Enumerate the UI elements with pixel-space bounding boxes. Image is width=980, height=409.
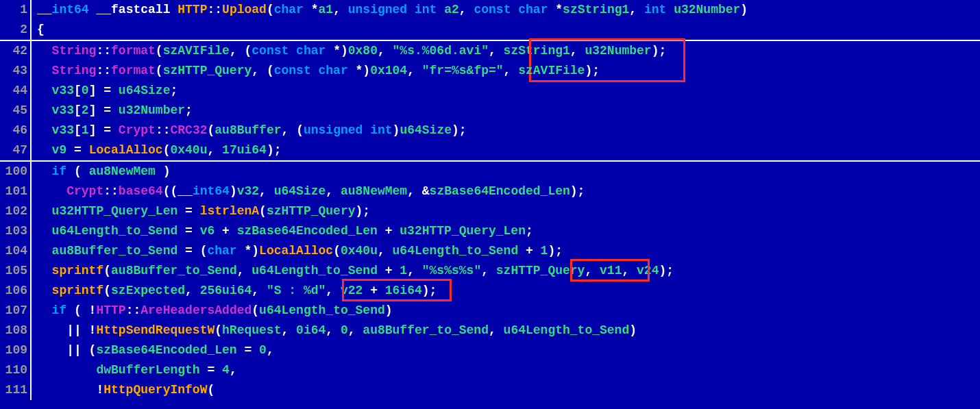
- code-token[interactable]: v33: [52, 123, 74, 137]
- code-token[interactable]: || (: [37, 343, 96, 357]
- code-token[interactable]: );: [659, 264, 674, 277]
- code-token[interactable]: u64Length_to_Send: [393, 244, 519, 258]
- code-token[interactable]: ,: [237, 264, 252, 277]
- code-token[interactable]: format: [111, 64, 156, 77]
- code-token[interactable]: (: [259, 204, 267, 218]
- code-token[interactable]: szAVIFile: [518, 64, 585, 77]
- code-token[interactable]: [: [74, 103, 82, 117]
- code-token[interactable]: ((__: [163, 184, 193, 198]
- code-line[interactable]: v33[2] = u32Number;: [37, 101, 980, 121]
- code-token[interactable]: ,: [281, 323, 296, 337]
- code-token[interactable]: +: [363, 284, 384, 297]
- code-token[interactable]: au8Buffer_to_Send: [52, 244, 178, 258]
- code-token[interactable]: 0i64: [296, 323, 326, 337]
- code-token[interactable]: (: [103, 284, 111, 297]
- code-token[interactable]: a1: [319, 3, 334, 16]
- code-token[interactable]: ): [740, 3, 748, 16]
- code-token[interactable]: 0x104: [370, 64, 407, 77]
- code-token[interactable]: 0x80: [348, 44, 378, 58]
- code-token[interactable]: [311, 64, 319, 77]
- code-token[interactable]: HTTP: [177, 3, 207, 16]
- code-token[interactable]: [37, 224, 52, 238]
- code-token[interactable]: ,: [326, 284, 341, 297]
- code-token[interactable]: v6: [200, 224, 215, 238]
- code-token[interactable]: );: [356, 204, 371, 218]
- code-token[interactable]: ( !: [66, 303, 96, 317]
- code-token[interactable]: );: [652, 44, 667, 58]
- code-token[interactable]: (: [66, 164, 88, 178]
- code-line[interactable]: au8Buffer_to_Send = (char *)LocalAlloc(0…: [37, 241, 980, 261]
- code-token[interactable]: ;: [170, 84, 177, 97]
- code-token[interactable]: const: [274, 64, 311, 77]
- code-token[interactable]: char: [296, 44, 326, 58]
- code-token[interactable]: ,: [622, 264, 637, 277]
- code-token[interactable]: [: [74, 84, 82, 97]
- code-token[interactable]: ] =: [89, 84, 119, 97]
- code-token[interactable]: [37, 84, 52, 97]
- code-token[interactable]: char: [518, 3, 548, 16]
- code-token[interactable]: 0: [82, 84, 89, 97]
- code-token[interactable]: 256ui64: [200, 284, 252, 297]
- code-token[interactable]: +: [378, 224, 400, 238]
- code-token[interactable]: v22: [341, 284, 363, 297]
- code-token[interactable]: au8Buffer_to_Send: [111, 264, 237, 277]
- code-token[interactable]: "S : %d": [267, 284, 326, 297]
- code-token[interactable]: ,: [378, 44, 393, 58]
- code-token[interactable]: [37, 103, 52, 117]
- code-token[interactable]: +: [378, 264, 400, 277]
- code-line[interactable]: v33[1] = Crypt::CRC32(au8Buffer, (unsign…: [37, 121, 980, 140]
- code-token[interactable]: [511, 3, 518, 16]
- code-token[interactable]: if: [52, 164, 67, 178]
- code-token[interactable]: *): [348, 64, 370, 77]
- code-token[interactable]: =: [237, 343, 259, 357]
- code-line[interactable]: String::format(szAVIFile, (const char *)…: [37, 41, 980, 61]
- code-token[interactable]: sprintf: [52, 264, 104, 277]
- code-line[interactable]: if ( !HTTP::AreHeadersAdded(u64Length_to…: [37, 301, 980, 321]
- code-token[interactable]: szExpected: [111, 284, 185, 297]
- code-token[interactable]: u64Length_to_Send: [252, 264, 378, 277]
- code-token[interactable]: (: [267, 3, 274, 16]
- code-area[interactable]: if ( au8NewMem ) Crypt::base64((__int64)…: [32, 162, 980, 400]
- code-token[interactable]: (: [163, 143, 171, 157]
- code-token[interactable]: || !: [37, 323, 96, 337]
- code-line[interactable]: sprintf(au8Buffer_to_Send, u64Length_to_…: [37, 261, 980, 281]
- code-token[interactable]: 17ui64: [222, 143, 267, 157]
- code-line[interactable]: sprintf(szExpected, 256ui64, "S : %d", v…: [37, 281, 980, 301]
- code-token[interactable]: ,: [185, 284, 200, 297]
- code-token[interactable]: v33: [52, 103, 74, 117]
- code-token[interactable]: [363, 123, 370, 137]
- code-token[interactable]: ,: [407, 64, 422, 77]
- code-token[interactable]: HttpQueryInfoW: [103, 383, 207, 397]
- code-token[interactable]: ,: [348, 323, 363, 337]
- code-token[interactable]: 0: [341, 323, 348, 337]
- code-token[interactable]: [37, 44, 52, 58]
- code-line[interactable]: u64Length_to_Send = v6 + szBase64Encoded…: [37, 221, 980, 241]
- code-token[interactable]: [37, 64, 52, 77]
- code-token[interactable]: {: [37, 23, 45, 36]
- code-token[interactable]: 0: [259, 343, 267, 357]
- code-token[interactable]: u64Length_to_Send: [52, 224, 178, 238]
- code-token[interactable]: ,: [570, 44, 585, 58]
- code-token[interactable]: (: [208, 123, 215, 137]
- code-token[interactable]: [407, 3, 415, 16]
- code-token[interactable]: unsigned: [304, 123, 363, 137]
- code-token[interactable]: sprintf: [52, 284, 104, 297]
- code-token[interactable]: int: [370, 123, 392, 137]
- code-token[interactable]: v11: [600, 264, 622, 277]
- code-token[interactable]: [37, 204, 52, 218]
- code-token[interactable]: [289, 44, 296, 58]
- code-token[interactable]: a2: [444, 3, 459, 16]
- code-token[interactable]: Crypt: [66, 184, 103, 198]
- code-token[interactable]: ,: [326, 184, 341, 198]
- code-token[interactable]: szAVIFile: [163, 44, 230, 58]
- code-token[interactable]: int: [644, 3, 666, 16]
- code-line[interactable]: {: [37, 20, 980, 40]
- code-token[interactable]: "%s.%06d.avi": [393, 44, 489, 58]
- code-line[interactable]: __int64 __fastcall HTTP::Upload(char *a1…: [37, 0, 980, 20]
- code-token[interactable]: dwBufferLength: [96, 363, 199, 377]
- code-token[interactable]: u64Size: [274, 184, 326, 198]
- code-token[interactable]: ): [385, 303, 393, 317]
- code-token[interactable]: u32HTTP_Query_Len: [400, 224, 526, 238]
- code-token[interactable]: ,: [326, 323, 341, 337]
- code-token[interactable]: );: [585, 64, 600, 77]
